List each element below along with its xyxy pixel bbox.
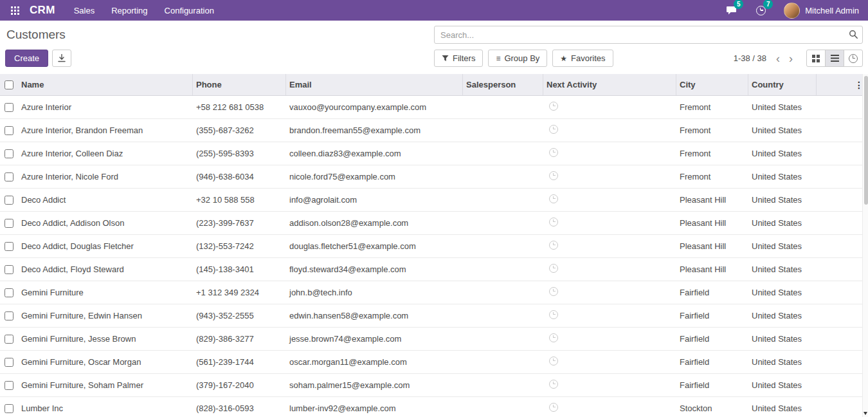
user-avatar: [784, 3, 800, 19]
cell-phone: (943)-352-2555: [193, 311, 286, 320]
activity-clock-icon[interactable]: [549, 125, 558, 134]
row-checkbox[interactable]: [5, 265, 14, 274]
cell-city: Fremont: [676, 125, 748, 135]
activity-clock-icon[interactable]: [549, 194, 558, 203]
activity-clock-icon[interactable]: [549, 333, 558, 342]
column-header-city[interactable]: City: [676, 74, 748, 95]
row-checkbox[interactable]: [5, 126, 14, 135]
cell-name: Deco Addict, Addison Olson: [18, 218, 193, 228]
apps-menu-button[interactable]: [6, 0, 23, 21]
app-name[interactable]: CRM: [30, 4, 55, 17]
activity-view-button[interactable]: [844, 50, 863, 67]
activity-clock-icon[interactable]: [549, 310, 558, 319]
activity-clock-icon[interactable]: [549, 171, 558, 180]
row-checkbox[interactable]: [5, 381, 14, 390]
table-row[interactable]: Azure Interior, Colleen Diaz(255)-595-83…: [0, 142, 868, 165]
cell-phone: (355)-687-3262: [193, 125, 286, 135]
activity-clock-icon[interactable]: [549, 241, 558, 250]
column-header-salesperson[interactable]: Salesperson: [463, 74, 543, 95]
cell-city: Fairfield: [676, 311, 748, 320]
menu-reporting[interactable]: Reporting: [103, 0, 156, 21]
table-row[interactable]: Gemini Furniture, Jesse Brown(829)-386-3…: [0, 328, 868, 351]
scrollbar-thumb[interactable]: [864, 76, 868, 205]
column-header-phone[interactable]: Phone: [193, 74, 286, 95]
row-checkbox[interactable]: [5, 149, 14, 158]
export-button[interactable]: [52, 50, 71, 67]
activities-menu-button[interactable]: 7: [753, 3, 768, 18]
user-menu[interactable]: Mitchell Admin: [784, 3, 859, 19]
activity-clock-icon[interactable]: [549, 287, 558, 296]
cell-country: United States: [748, 334, 817, 344]
kanban-icon: [812, 55, 820, 62]
row-checkbox[interactable]: [5, 196, 14, 205]
cell-country: United States: [748, 172, 817, 181]
row-checkbox[interactable]: [5, 404, 14, 413]
list-view-button[interactable]: [825, 50, 844, 67]
search-box: [434, 26, 863, 44]
table-row[interactable]: Azure Interior+58 212 681 0538vauxoo@you…: [0, 96, 868, 119]
pager-previous-button[interactable]: ‹: [772, 53, 784, 64]
menu-configuration[interactable]: Configuration: [156, 0, 222, 21]
cell-name: Deco Addict: [18, 195, 193, 205]
table-row[interactable]: Azure Interior, Nicole Ford(946)-638-603…: [0, 165, 868, 189]
cell-country: United States: [748, 195, 817, 205]
cell-country: United States: [748, 125, 817, 135]
table-row[interactable]: Deco Addict+32 10 588 558info@agrolait.c…: [0, 189, 868, 212]
table-row[interactable]: Azure Interior, Brandon Freeman(355)-687…: [0, 119, 868, 142]
activity-clock-icon[interactable]: [549, 357, 558, 366]
group-by-icon: ≡: [496, 55, 500, 62]
table-row[interactable]: Gemini Furniture, Edwin Hansen(943)-352-…: [0, 304, 868, 328]
cell-city: Fremont: [676, 149, 748, 158]
row-checkbox[interactable]: [5, 335, 14, 344]
row-checkbox[interactable]: [5, 288, 14, 297]
favorites-button[interactable]: ★ Favorites: [552, 50, 613, 67]
activity-clock-icon[interactable]: [549, 148, 558, 157]
activity-clock-icon[interactable]: [549, 264, 558, 273]
row-checkbox[interactable]: [5, 103, 14, 112]
list-icon: [831, 55, 839, 62]
table-header: Name Phone Email Salesperson Next Activi…: [0, 74, 868, 96]
filters-button[interactable]: Filters: [434, 50, 483, 67]
table-row[interactable]: Deco Addict, Floyd Steward(145)-138-3401…: [0, 258, 868, 281]
cell-city: Fremont: [676, 102, 748, 112]
pager-next-button[interactable]: ›: [784, 53, 797, 64]
kanban-view-button[interactable]: [806, 50, 826, 67]
select-all-checkbox[interactable]: [5, 80, 14, 89]
cell-name: Gemini Furniture, Edwin Hansen: [18, 311, 193, 320]
user-name: Mitchell Admin: [805, 6, 859, 15]
create-button[interactable]: Create: [5, 50, 48, 67]
row-checkbox[interactable]: [5, 172, 14, 181]
row-checkbox[interactable]: [5, 358, 14, 367]
menu-sales[interactable]: Sales: [66, 0, 104, 21]
table-row[interactable]: Gemini Furniture, Oscar Morgan(561)-239-…: [0, 351, 868, 374]
activity-clock-icon[interactable]: [549, 102, 558, 111]
scrollbar[interactable]: [862, 74, 868, 417]
table-row[interactable]: Deco Addict, Douglas Fletcher(132)-553-7…: [0, 235, 868, 258]
cell-email: oscar.morgan11@example.com: [286, 357, 463, 367]
cell-city: Pleasant Hill: [676, 264, 748, 274]
activity-clock-icon[interactable]: [549, 380, 558, 389]
search-input[interactable]: [434, 26, 863, 44]
pager-range: 1-38 / 38: [734, 53, 766, 63]
table-row[interactable]: Gemini Furniture, Soham Palmer(379)-167-…: [0, 374, 868, 397]
row-checkbox[interactable]: [5, 219, 14, 228]
export-icon: [58, 54, 66, 62]
activity-clock-icon[interactable]: [549, 218, 558, 227]
row-checkbox[interactable]: [5, 242, 14, 251]
search-icon[interactable]: [849, 30, 858, 39]
cell-phone: (829)-386-3277: [193, 334, 286, 344]
cell-city: Pleasant Hill: [676, 218, 748, 228]
column-header-name[interactable]: Name: [18, 74, 193, 95]
column-header-next-activity[interactable]: Next Activity: [543, 74, 676, 95]
messages-menu-button[interactable]: 5: [723, 3, 739, 18]
row-checkbox[interactable]: [5, 311, 14, 320]
column-header-country[interactable]: Country: [748, 74, 817, 95]
activity-clock-icon[interactable]: [549, 403, 558, 412]
table-row[interactable]: Lumber Inc(828)-316-0593lumber-inv92@exa…: [0, 397, 868, 417]
cell-city: Stockton: [676, 403, 748, 413]
group-by-button[interactable]: ≡ Group By: [488, 50, 547, 67]
column-header-email[interactable]: Email: [286, 74, 463, 95]
table-row[interactable]: Deco Addict, Addison Olson(223)-399-7637…: [0, 212, 868, 235]
scroll-down-arrow[interactable]: [863, 412, 867, 415]
table-row[interactable]: Gemini Furniture+1 312 349 2324john.b@te…: [0, 281, 868, 304]
